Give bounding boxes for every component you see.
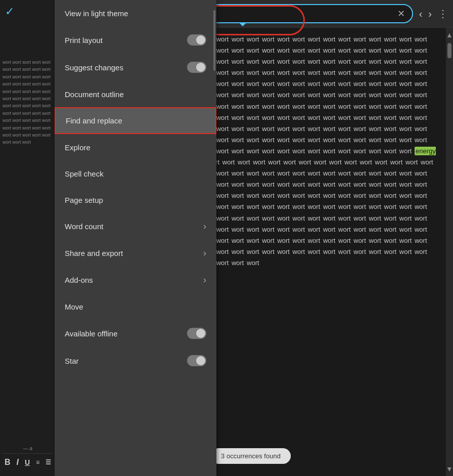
doc-preview: wort wort wort wort wort wort wort wort …: [3, 59, 53, 444]
menu-item-label: Suggest changes: [65, 63, 187, 72]
toggle-knob: [196, 356, 205, 365]
menu-item-label: Spell check: [65, 169, 206, 178]
italic-icon[interactable]: I: [17, 458, 19, 467]
chevron-right-icon: ›: [203, 221, 206, 232]
toggle-knob: [196, 63, 205, 72]
search-close-icon[interactable]: ✕: [397, 8, 405, 19]
left-panel: ✓ wort wort wort wort wort wort wort wor…: [0, 0, 56, 476]
scrollbar-thumb[interactable]: [447, 43, 451, 58]
suggest-changes-toggle[interactable]: [187, 62, 206, 73]
menu-item-move[interactable]: Move: [55, 293, 216, 320]
menu-item-available-offline[interactable]: Available offline: [55, 320, 216, 347]
scroll-down-arrow[interactable]: ▼: [446, 463, 453, 475]
star-toggle[interactable]: [187, 355, 206, 366]
menu-item-document-outline[interactable]: Document outline: [55, 81, 216, 107]
available-offline-toggle[interactable]: [187, 328, 206, 339]
menu-item-label: Find and replace: [66, 116, 205, 125]
toggle-knob: [196, 329, 205, 338]
menu-item-add-ons[interactable]: Add-ons ›: [55, 267, 216, 293]
menu-item-find-and-replace[interactable]: Find and replace: [55, 107, 216, 134]
menu-item-label: Print layout: [65, 36, 187, 45]
top-check-icon[interactable]: ✓: [5, 5, 53, 18]
menu-item-label: Available offline: [65, 329, 187, 338]
menu-item-label: Move: [65, 302, 206, 311]
search-more-icon[interactable]: ⋮: [438, 8, 448, 20]
bold-icon[interactable]: B: [5, 458, 11, 467]
chevron-right-icon: ›: [203, 275, 206, 285]
menu-item-word-count[interactable]: Word count ›: [55, 213, 216, 240]
menu-item-view-light-theme[interactable]: View in light theme: [55, 0, 216, 26]
print-layout-toggle[interactable]: [187, 34, 206, 46]
menu-item-label: View in light theme: [65, 9, 206, 18]
align-icon[interactable]: ≡: [36, 459, 39, 466]
underline-icon[interactable]: U: [25, 458, 30, 466]
menu-item-share-and-export[interactable]: Share and export ›: [55, 240, 216, 267]
search-prev-arrow[interactable]: ‹: [417, 6, 425, 22]
menu-item-label: Explore: [65, 143, 206, 152]
search-next-arrow[interactable]: ›: [426, 6, 434, 22]
scrollbar-track[interactable]: ▲ ▼: [446, 28, 453, 476]
menu-item-suggest-changes[interactable]: Suggest changes: [55, 54, 216, 81]
bottom-toolbar: B I U ≡ ☰: [3, 453, 53, 471]
menu-item-page-setup[interactable]: Page setup: [55, 187, 216, 213]
menu-item-label: Document outline: [65, 90, 206, 99]
list-icon[interactable]: ☰: [46, 459, 51, 466]
menu-item-spell-check[interactable]: Spell check: [55, 160, 216, 187]
menu-scrollbar[interactable]: [213, 10, 215, 71]
scroll-up-arrow[interactable]: ▲: [446, 29, 453, 41]
menu-item-label: Star: [65, 357, 187, 365]
menu-item-label: Page setup: [65, 196, 206, 204]
chevron-right-icon: ›: [203, 248, 206, 258]
occurrences-toast: 3 occurrences found: [211, 448, 291, 464]
search-nav-arrows: ‹ ›: [417, 6, 434, 22]
menu-item-star[interactable]: Star: [55, 347, 216, 374]
dropdown-menu: View in light theme Print layout Suggest…: [55, 0, 216, 476]
menu-item-label: Add-ons: [65, 276, 203, 284]
menu-item-label: Word count: [65, 222, 203, 231]
menu-item-explore[interactable]: Explore: [55, 134, 216, 160]
menu-item-print-layout[interactable]: Print layout: [55, 26, 216, 54]
toggle-knob: [196, 35, 205, 45]
menu-item-label: Share and export: [65, 249, 203, 257]
